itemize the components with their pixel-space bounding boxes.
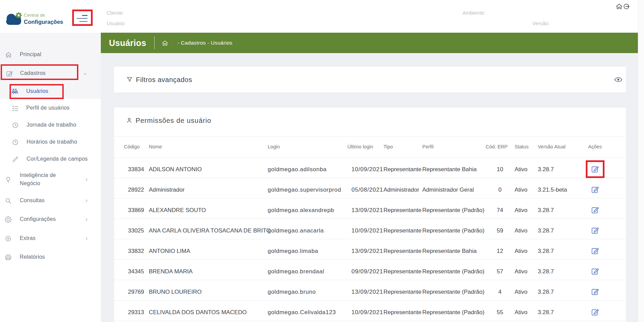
svg-text:Configurações: Configurações [24,19,63,25]
svg-text:Central de: Central de [24,13,45,18]
